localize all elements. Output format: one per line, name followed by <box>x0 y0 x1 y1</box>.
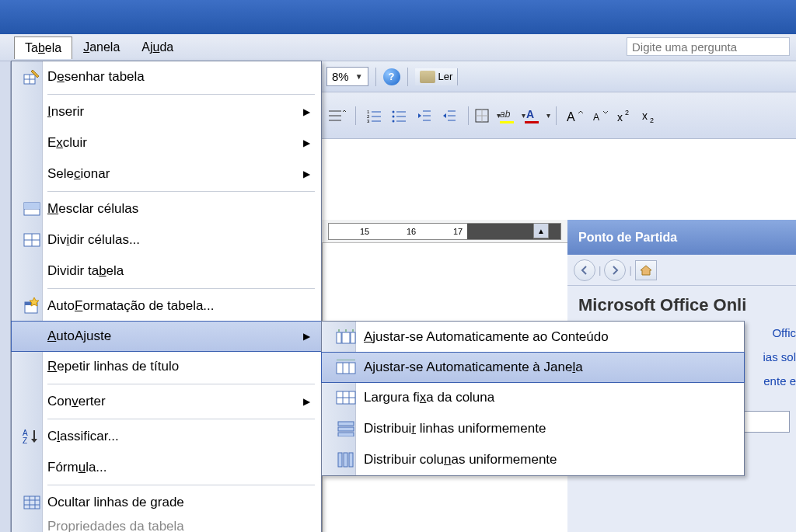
separator <box>375 68 376 86</box>
chevron-right-icon: ▶ <box>303 169 310 179</box>
ruler-tick: 17 <box>453 227 463 236</box>
svg-rect-54 <box>337 332 341 343</box>
chevron-right-icon: ▶ <box>303 106 310 117</box>
scroll-up-button[interactable]: ▲ <box>533 223 549 238</box>
menu-excluir[interactable]: Excluir ▶ <box>12 127 321 158</box>
menu-autoajuste[interactable]: AutoAjuste ▶ <box>11 321 322 352</box>
gridlines-icon <box>23 495 40 509</box>
menu-dividir-tabela[interactable]: Dividir tabela <box>12 256 321 287</box>
autoajuste-submenu: Ajustar-se Automaticamente ao Conteúdo A… <box>321 321 745 476</box>
menu-autoformatacao[interactable]: AutoFormatação de tabela... <box>12 290 321 322</box>
horizontal-ruler[interactable]: 15 16 17 <box>328 223 561 240</box>
menu-classificar[interactable]: AZ Classificar... <box>12 421 321 452</box>
svg-rect-49 <box>24 496 40 509</box>
chevron-right-icon: ▶ <box>303 396 310 407</box>
subscript-icon[interactable]: x2 <box>640 106 660 126</box>
back-button[interactable] <box>574 259 595 281</box>
forward-button[interactable] <box>604 259 626 281</box>
submenu-distribuir-linhas[interactable]: Distribuir linhas uniformemente <box>322 413 744 444</box>
increase-indent-icon[interactable] <box>439 106 459 126</box>
svg-rect-56 <box>351 332 355 343</box>
autoformat-icon <box>23 297 40 315</box>
svg-rect-72 <box>344 453 347 467</box>
superscript-icon[interactable]: x2 <box>615 106 635 126</box>
separator <box>355 106 356 125</box>
distribute-rows-icon <box>337 421 354 436</box>
highlight-icon[interactable]: ab ▾ <box>502 106 522 126</box>
title-bar <box>0 0 796 34</box>
ruler-area: 15 16 17 ▲ <box>322 220 567 243</box>
svg-rect-69 <box>338 427 354 431</box>
submenu-largura-fixa[interactable]: Largura fixa da coluna <box>322 382 744 413</box>
svg-text:A: A <box>526 108 534 120</box>
menu-repetir-linhas[interactable]: Repetir linhas de título <box>12 351 321 382</box>
ruler-tick: 16 <box>407 227 416 236</box>
menu-ajuda[interactable]: Ajuda <box>131 36 184 59</box>
autofit-window-icon <box>336 360 356 375</box>
submenu-distribuir-colunas[interactable]: Distribuir colunas uniformemente <box>322 444 744 475</box>
menu-propriedades[interactable]: Propriedades da tabela <box>12 518 321 532</box>
home-button[interactable] <box>635 260 657 280</box>
menu-desenhar-tabela[interactable]: Desenhar tabela <box>12 61 321 92</box>
reading-mode-button[interactable]: Ler <box>415 68 459 85</box>
help-search-input[interactable] <box>627 37 790 56</box>
chevron-right-icon: ▶ <box>303 137 310 148</box>
svg-text:2: 2 <box>650 116 654 124</box>
svg-rect-60 <box>337 363 355 374</box>
sort-icon: AZ <box>23 429 41 444</box>
bullet-list-icon[interactable] <box>389 106 410 126</box>
chevron-down-icon: ▼ <box>355 72 363 81</box>
borders-icon[interactable]: ▾ <box>477 106 498 126</box>
submenu-ajustar-conteudo[interactable]: Ajustar-se Automaticamente ao Conteúdo <box>322 322 744 353</box>
separator <box>407 68 408 86</box>
svg-rect-71 <box>338 453 342 467</box>
taskpane-nav: | | <box>567 255 796 286</box>
chevron-right-icon: ▶ <box>303 331 310 342</box>
svg-point-13 <box>393 120 395 122</box>
svg-point-9 <box>393 110 395 113</box>
svg-text:ab: ab <box>500 109 511 120</box>
numbered-list-icon[interactable]: 123 <box>365 106 385 126</box>
svg-point-11 <box>393 115 395 117</box>
chevron-down-icon: ▾ <box>546 111 550 120</box>
grow-font-icon[interactable]: A <box>565 106 585 126</box>
menu-formula[interactable]: Fórmula... <box>12 452 321 483</box>
distribute-cols-icon <box>337 452 354 468</box>
zoom-combo[interactable]: 8% ▼ <box>326 67 368 86</box>
draw-table-icon <box>23 68 40 85</box>
menu-inserir[interactable]: Inserir ▶ <box>12 96 321 127</box>
menu-dividir-celulas[interactable]: Dividir células... <box>12 224 321 256</box>
font-color-icon[interactable]: A ▾ <box>527 106 547 126</box>
taskpane-header[interactable]: Ponto de Partida <box>567 220 796 255</box>
side-strip <box>0 61 11 532</box>
shrink-font-icon[interactable]: A <box>590 106 610 126</box>
menu-bar: Tabela Janela Ajuda <box>0 34 796 61</box>
decrease-indent-icon[interactable] <box>414 106 435 126</box>
submenu-ajustar-janela[interactable]: Ajustar-se Automaticamente à Janela <box>321 352 745 383</box>
taskpane-heading: Microsoft Office Onli <box>578 295 796 315</box>
menu-selecionar[interactable]: Selecionar ▶ <box>12 158 321 190</box>
svg-text:A: A <box>567 110 575 123</box>
svg-rect-73 <box>349 453 353 467</box>
svg-rect-39 <box>24 203 40 209</box>
svg-text:2: 2 <box>625 109 629 116</box>
svg-text:3: 3 <box>367 119 370 123</box>
linespacing-icon[interactable] <box>326 106 347 126</box>
svg-marker-32 <box>641 266 651 275</box>
taskpane-title-label: Ponto de Partida <box>578 231 677 245</box>
svg-text:x: x <box>617 111 623 123</box>
svg-rect-70 <box>338 433 354 436</box>
separator <box>468 106 469 125</box>
svg-rect-68 <box>338 422 354 426</box>
merge-cells-icon <box>23 202 40 216</box>
menu-mesclar[interactable]: Mesclar células <box>12 193 321 224</box>
tabela-dropdown: Desenhar tabela Inserir ▶ Excluir ▶ Sele… <box>11 61 322 532</box>
menu-janela[interactable]: Janela <box>72 36 131 59</box>
help-icon[interactable]: ? <box>383 68 400 85</box>
split-cells-icon <box>23 233 40 247</box>
book-icon <box>420 71 435 83</box>
menu-tabela[interactable]: Tabela <box>14 37 72 59</box>
menu-ocultar-grade[interactable]: Ocultar linhas de grade <box>12 487 321 518</box>
autofit-content-icon <box>336 329 356 345</box>
menu-converter[interactable]: Converter ▶ <box>12 386 321 417</box>
